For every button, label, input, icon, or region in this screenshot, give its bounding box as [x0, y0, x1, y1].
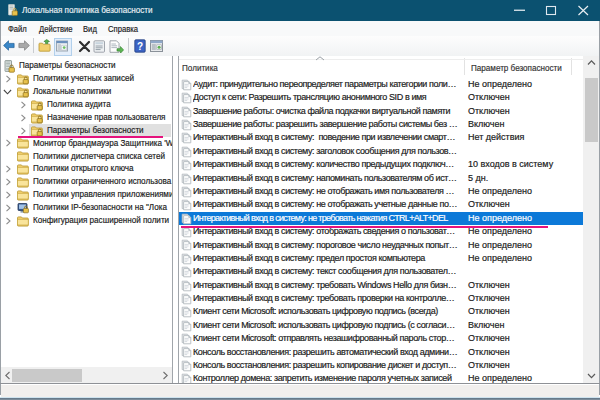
svg-text:?: ?	[137, 41, 143, 52]
